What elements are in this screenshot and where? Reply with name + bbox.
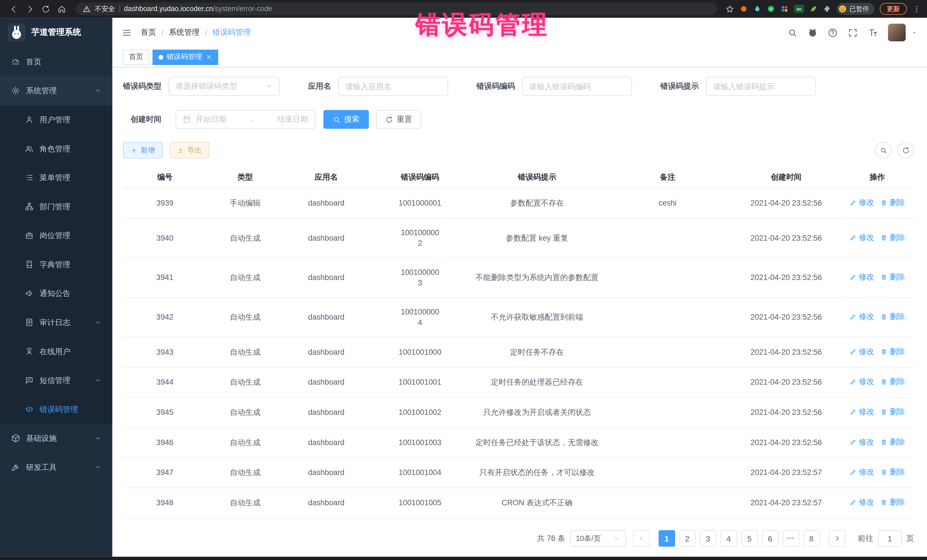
- cell-operations: 修改删除: [840, 298, 914, 337]
- sidebar-item-home[interactable]: 首页: [0, 47, 112, 76]
- next-page-button[interactable]: [828, 530, 845, 546]
- edit-link[interactable]: 修改: [849, 311, 874, 322]
- sidebar-item-notice-announcement[interactable]: 通知公告: [0, 279, 112, 308]
- cell-app: dashboard: [284, 488, 369, 518]
- reset-button[interactable]: 重置: [376, 110, 422, 129]
- error-hint-input[interactable]: [706, 77, 816, 96]
- export-button[interactable]: 导出: [170, 142, 209, 158]
- search-button[interactable]: 搜索: [324, 110, 369, 129]
- delete-link[interactable]: 删除: [880, 272, 905, 282]
- profile-paused-badge[interactable]: 已暂停: [837, 3, 874, 15]
- date-range-picker[interactable]: 开始日期 - 结束日期: [176, 110, 315, 129]
- edit-link[interactable]: 修改: [849, 376, 874, 387]
- app-name-input[interactable]: [338, 77, 448, 96]
- edit-link[interactable]: 修改: [849, 497, 874, 508]
- extension-leaf-icon[interactable]: [810, 5, 818, 13]
- user-avatar[interactable]: [888, 24, 906, 41]
- sidebar-item-label: 系统管理: [26, 85, 57, 96]
- app-logo[interactable]: 芋道管理系统: [0, 18, 112, 47]
- forward-icon[interactable]: [25, 5, 34, 14]
- page-more-button[interactable]: •••: [783, 530, 799, 546]
- sidebar-item-error-code-management[interactable]: 错误码管理: [0, 395, 112, 424]
- github-icon[interactable]: [807, 27, 818, 37]
- cell-time: 2021-04-20 23:52:56: [732, 298, 840, 337]
- edit-link[interactable]: 修改: [849, 197, 874, 208]
- cell-operations: 修改删除: [840, 398, 914, 428]
- page-button-5[interactable]: 5: [741, 530, 758, 546]
- bookmark-star-icon[interactable]: [725, 5, 734, 14]
- avatar-caret-icon[interactable]: [911, 29, 918, 36]
- page-button-4[interactable]: 4: [720, 530, 737, 546]
- error-code-input[interactable]: [522, 77, 632, 96]
- page-size-select[interactable]: 10条/页: [570, 530, 626, 546]
- extension-grid-icon[interactable]: [780, 5, 789, 13]
- prev-page-button[interactable]: [633, 530, 649, 546]
- back-icon[interactable]: [9, 5, 18, 14]
- toggle-search-button[interactable]: [875, 142, 892, 158]
- delete-link[interactable]: 删除: [880, 311, 905, 322]
- error-type-select[interactable]: 请选择错误码类型: [169, 77, 280, 96]
- breadcrumb-item[interactable]: 首页: [141, 27, 156, 38]
- delete-link[interactable]: 删除: [880, 407, 905, 417]
- tab-error-code[interactable]: 错误码管理: [153, 49, 218, 65]
- fullscreen-icon[interactable]: [848, 27, 858, 37]
- edit-link[interactable]: 修改: [849, 407, 874, 417]
- header-search-icon[interactable]: [787, 27, 798, 37]
- cell-id: 3941: [123, 258, 207, 298]
- sidebar-item-role-management[interactable]: 角色管理: [0, 134, 112, 163]
- sidebar-item-post-management[interactable]: 岗位管理: [0, 221, 112, 250]
- refresh-table-button[interactable]: [897, 142, 914, 158]
- edit-link[interactable]: 修改: [849, 467, 874, 477]
- delete-link[interactable]: 删除: [880, 376, 905, 387]
- home-icon[interactable]: [57, 5, 66, 14]
- sidebar-item-audit-log[interactable]: 审计日志: [0, 308, 112, 337]
- delete-link[interactable]: 删除: [880, 497, 905, 508]
- page-button-2[interactable]: 2: [679, 530, 695, 546]
- page-button-1[interactable]: 1: [658, 530, 675, 546]
- close-tab-icon[interactable]: [206, 54, 212, 61]
- sidebar: 芋道管理系统 首页系统管理用户管理角色管理菜单管理部门管理岗位管理字典管理通知公…: [0, 18, 112, 557]
- trash-icon: [880, 469, 887, 476]
- log-icon: [25, 318, 33, 327]
- page-button-3[interactable]: 3: [700, 530, 716, 546]
- extensions-puzzle-icon[interactable]: [823, 5, 831, 13]
- sidebar-item-dept-management[interactable]: 部门管理: [0, 192, 112, 221]
- breadcrumb-item[interactable]: 系统管理: [169, 27, 200, 38]
- sidebar-item-system-management[interactable]: 系统管理: [0, 76, 112, 105]
- edit-link[interactable]: 修改: [849, 437, 874, 448]
- app-title: 芋道管理系统: [31, 27, 81, 38]
- delete-link[interactable]: 删除: [880, 197, 905, 208]
- delete-link[interactable]: 删除: [880, 232, 905, 243]
- extension-check-icon[interactable]: [767, 5, 775, 13]
- address-bar[interactable]: 不安全 dashboard.yudao.iocoder.cn/system/er…: [76, 2, 717, 15]
- sidebar-item-online-users[interactable]: 在线用户: [0, 337, 112, 366]
- goto-page-input[interactable]: [878, 530, 902, 546]
- extension-icon[interactable]: [740, 5, 748, 13]
- extension-drop-icon[interactable]: [753, 5, 761, 13]
- tab-home[interactable]: 首页: [123, 49, 149, 65]
- update-button[interactable]: 更新: [880, 3, 907, 15]
- sidebar-item-menu-management[interactable]: 菜单管理: [0, 163, 112, 192]
- page-button-6[interactable]: 6: [762, 530, 778, 546]
- col-remark: 备注: [603, 167, 732, 188]
- page-button-8[interactable]: 8: [803, 530, 820, 546]
- delete-link[interactable]: 删除: [880, 346, 905, 357]
- delete-link[interactable]: 删除: [880, 467, 905, 477]
- edit-link[interactable]: 修改: [849, 272, 874, 282]
- sidebar-item-dict-management[interactable]: 字典管理: [0, 250, 112, 279]
- edit-link[interactable]: 修改: [849, 346, 874, 357]
- font-size-icon[interactable]: [868, 27, 878, 37]
- sidebar-item-infrastructure[interactable]: 基础设施: [0, 424, 112, 453]
- extension-on-badge[interactable]: on: [794, 5, 804, 13]
- sidebar-item-sms-management[interactable]: 短信管理: [0, 366, 112, 395]
- sidebar-item-user-management[interactable]: 用户管理: [0, 105, 112, 134]
- help-icon[interactable]: [828, 27, 838, 37]
- sidebar-collapse-icon[interactable]: [122, 27, 132, 37]
- browser-menu-icon[interactable]: [912, 5, 921, 14]
- reload-icon[interactable]: [41, 5, 50, 14]
- add-button[interactable]: 新增: [123, 142, 163, 158]
- edit-link[interactable]: 修改: [849, 232, 874, 243]
- sidebar-item-dev-tools[interactable]: 研发工具: [0, 453, 112, 482]
- delete-link[interactable]: 删除: [880, 437, 905, 448]
- sidebar-item-label: 短信管理: [40, 375, 70, 385]
